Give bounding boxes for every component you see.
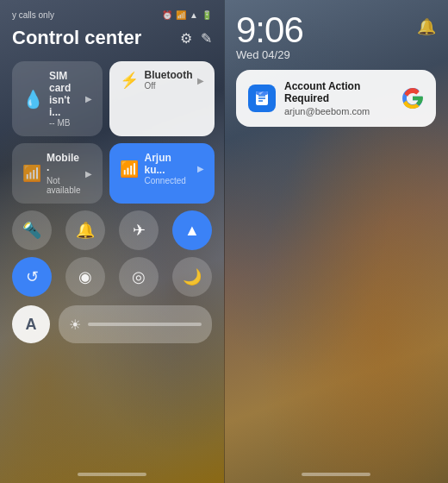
bluetooth-tile[interactable]: ⚡ Bluetooth Off ▶ bbox=[109, 61, 215, 136]
status-icons: ⏰ 📶 ▲ 🔋 bbox=[162, 10, 212, 20]
sim-tile-name: SIM card isn't i... bbox=[49, 70, 80, 118]
right-panel: 9:06 Wed 04/29 🔔 A bbox=[224, 0, 448, 483]
home-indicator-left bbox=[78, 473, 146, 476]
time-display: 9:06 bbox=[236, 12, 303, 48]
bluetooth-tile-arrow: ▶ bbox=[197, 76, 204, 85]
brightness-icon: ☀ bbox=[69, 317, 81, 333]
control-center-title: Control center bbox=[12, 27, 141, 49]
google-g-icon bbox=[401, 87, 424, 110]
control-center-header: Control center ⚙ ✎ bbox=[12, 27, 212, 49]
sim-tile[interactable]: 💧 SIM card isn't i... -- MB ▶ bbox=[12, 61, 103, 136]
mobile-tile-sub: Not available bbox=[47, 176, 80, 195]
tasks-icon-svg bbox=[253, 90, 271, 107]
wifi-tile[interactable]: 📶 Arjun ku... Connected ▶ bbox=[109, 143, 215, 204]
location-button[interactable]: ▲ bbox=[172, 210, 212, 250]
bluetooth-tile-sub: Off bbox=[144, 81, 192, 91]
tiles-grid: 💧 SIM card isn't i... -- MB ▶ ⚡ Bluetoot… bbox=[12, 61, 212, 204]
icon-row-1: 🔦 🔔 ✈ ▲ bbox=[12, 210, 212, 250]
bell-button[interactable]: 🔔 bbox=[65, 210, 105, 250]
avatar-button[interactable]: A bbox=[12, 305, 50, 343]
mobile-tile-name: Mobile · bbox=[47, 152, 80, 176]
bottom-controls: A ☀ bbox=[12, 305, 212, 343]
mobile-tile[interactable]: 📶 Mobile · Not available ▶ bbox=[12, 143, 103, 204]
sim-tile-sub: -- MB bbox=[49, 118, 80, 128]
alarm-icon: ⏰ bbox=[162, 10, 172, 20]
status-bar-right: 9:06 Wed 04/29 🔔 bbox=[236, 12, 436, 61]
reading-mode-button[interactable]: ◉ bbox=[65, 257, 105, 297]
battery-icon: 🔋 bbox=[202, 10, 212, 20]
notification-title: Account Action Required bbox=[284, 80, 393, 104]
flashlight-button[interactable]: 🔦 bbox=[12, 210, 52, 250]
signal-icon: 📶 bbox=[176, 10, 186, 20]
notification-card[interactable]: Account Action Required arjun@beebom.com bbox=[236, 70, 436, 127]
wifi-tile-arrow: ▶ bbox=[197, 164, 204, 173]
home-indicator-right bbox=[302, 473, 370, 476]
notification-subtitle: arjun@beebom.com bbox=[284, 106, 393, 116]
circle-button[interactable]: ◎ bbox=[119, 257, 159, 297]
wifi-tile-sub: Connected bbox=[144, 176, 192, 185]
date-display: Wed 04/29 bbox=[236, 48, 303, 61]
status-bar-left: y calls only ⏰ 📶 ▲ 🔋 bbox=[12, 10, 212, 20]
bluetooth-icon: ⚡ bbox=[120, 71, 139, 90]
panel-divider bbox=[224, 0, 225, 483]
notification-bell-icon[interactable]: 🔔 bbox=[417, 17, 436, 36]
sim-tile-arrow: ▶ bbox=[85, 94, 92, 104]
mobile-tile-arrow: ▶ bbox=[85, 169, 92, 179]
icon-row-2: ↺ ◉ ◎ 🌙 bbox=[12, 257, 212, 297]
wifi-status-icon: ▲ bbox=[190, 10, 198, 20]
notification-app-icon bbox=[248, 85, 276, 112]
rotation-lock-button[interactable]: ↺ bbox=[12, 257, 52, 297]
time-block: 9:06 Wed 04/29 bbox=[236, 12, 303, 61]
settings-icon[interactable]: ⚙ bbox=[180, 30, 192, 47]
notification-content: Account Action Required arjun@beebom.com bbox=[284, 80, 393, 116]
mobile-icon: 📶 bbox=[22, 164, 41, 183]
wifi-tile-name: Arjun ku... bbox=[144, 152, 192, 176]
bluetooth-tile-name: Bluetooth bbox=[144, 70, 192, 81]
sim-icon: 💧 bbox=[22, 89, 44, 110]
brightness-track bbox=[88, 323, 202, 326]
header-icons: ⚙ ✎ bbox=[180, 30, 212, 47]
carrier-text: y calls only bbox=[12, 10, 54, 20]
edit-icon[interactable]: ✎ bbox=[201, 30, 212, 47]
left-panel: y calls only ⏰ 📶 ▲ 🔋 Control center ⚙ ✎ … bbox=[0, 0, 224, 483]
wifi-icon: 📶 bbox=[120, 160, 139, 179]
airplane-button[interactable]: ✈ bbox=[119, 210, 159, 250]
dark-mode-button[interactable]: 🌙 bbox=[172, 257, 212, 297]
brightness-slider[interactable]: ☀ bbox=[59, 305, 212, 343]
